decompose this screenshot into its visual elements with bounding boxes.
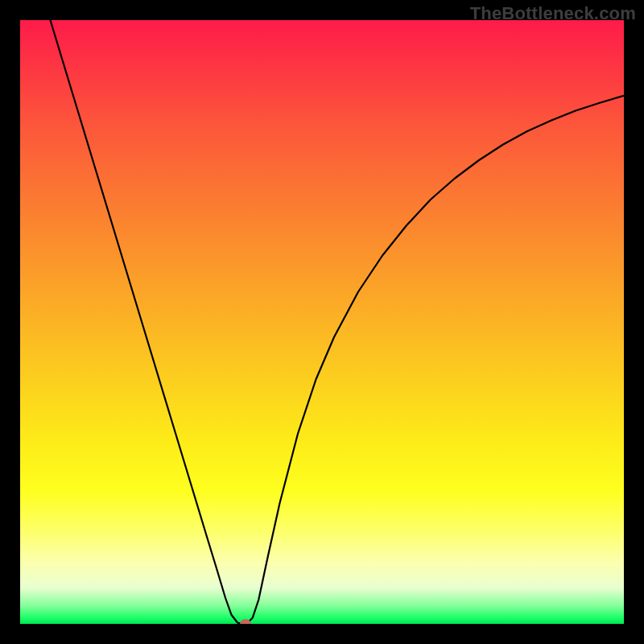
optimum-marker	[240, 619, 251, 624]
chart-frame: TheBottleneck.com	[0, 0, 644, 644]
watermark-text: TheBottleneck.com	[470, 3, 636, 24]
bottleneck-curve	[20, 20, 624, 624]
plot-area	[20, 20, 624, 624]
